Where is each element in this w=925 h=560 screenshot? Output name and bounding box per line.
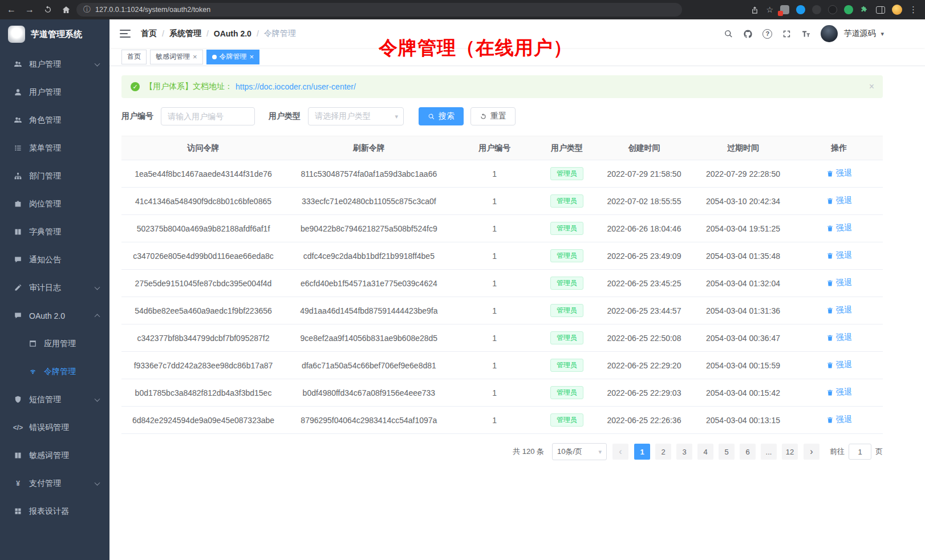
reset-button[interactable]: 重置 xyxy=(470,107,516,125)
forward-icon[interactable]: → xyxy=(25,5,34,14)
force-logout-button[interactable]: 强退 xyxy=(826,387,852,397)
doc-link[interactable]: https://doc.iocoder.cn/user-center/ xyxy=(236,82,356,91)
sidebar-item-notice[interactable]: 通知公告 xyxy=(0,246,109,274)
github-icon[interactable] xyxy=(743,29,753,39)
goto-page-input[interactable] xyxy=(849,444,871,460)
close-icon[interactable]: × xyxy=(869,82,874,91)
user-name[interactable]: 芋道源码 xyxy=(843,29,875,39)
user-type-label: 用户类型 xyxy=(269,111,301,121)
sidebar-item-post[interactable]: 岗位管理 xyxy=(0,190,109,218)
force-logout-button[interactable]: 强退 xyxy=(826,278,852,288)
cell-create-time: 2022-07-29 21:58:50 xyxy=(597,160,691,188)
page-button[interactable]: 4 xyxy=(697,444,713,460)
next-page-button[interactable]: › xyxy=(804,444,819,460)
extension-icon[interactable] xyxy=(844,5,853,14)
breadcrumb-separator: / xyxy=(162,29,164,38)
force-logout-button[interactable]: 强退 xyxy=(826,305,852,315)
tab-token[interactable]: 令牌管理× xyxy=(206,50,260,64)
user-avatar[interactable] xyxy=(821,25,838,42)
extension-icon[interactable] xyxy=(780,5,789,14)
search-button[interactable]: 搜索 xyxy=(419,107,464,125)
address-bar[interactable]: ⓘ 127.0.0.1:1024/system/oauth2/token xyxy=(76,3,682,17)
share-icon[interactable] xyxy=(750,6,759,14)
app-logo[interactable]: 芋道管理系统 xyxy=(0,19,109,49)
chevron-down-icon: ▾ xyxy=(598,448,602,456)
bookmark-star-icon[interactable]: ☆ xyxy=(766,6,773,14)
cell-access-token: 1ea5e44f8bc1467aaede43144f31de76 xyxy=(121,160,285,188)
force-logout-button[interactable]: 强退 xyxy=(826,196,852,206)
close-icon[interactable]: × xyxy=(250,53,254,60)
page-size-select[interactable]: 10条/页 ▾ xyxy=(552,443,607,460)
force-logout-button[interactable]: 强退 xyxy=(826,332,852,343)
sidebar-item-token[interactable]: 令牌管理 xyxy=(0,358,109,385)
extension-icon[interactable] xyxy=(828,5,837,14)
extension-icon[interactable] xyxy=(796,5,805,14)
page-ellipsis-button[interactable]: ... xyxy=(761,444,777,460)
filter-form: 用户编号 用户类型 请选择用户类型 ▾ 搜索 重置 xyxy=(121,107,883,125)
cell-action: 强退 xyxy=(795,188,883,215)
sensitive-icon xyxy=(13,451,23,460)
cell-access-token: 502375b8040a469a9b82188afdf6af1f xyxy=(121,215,285,242)
sidebar-item-menu[interactable]: 菜单管理 xyxy=(0,134,109,162)
user-id-input[interactable] xyxy=(161,107,255,125)
breadcrumb-item[interactable]: OAuth 2.0 xyxy=(214,29,251,38)
page-button[interactable]: 6 xyxy=(740,444,756,460)
sidebar-item-role[interactable]: 角色管理 xyxy=(0,106,109,134)
help-icon[interactable]: ? xyxy=(762,29,772,39)
extensions-puzzle-icon[interactable] xyxy=(860,5,869,14)
sidebar-item-label: 报表设计器 xyxy=(29,506,69,517)
sidebar-item-oauth[interactable]: OAuth 2.0 xyxy=(0,302,109,330)
extension-icon[interactable] xyxy=(812,5,821,14)
sidebar-item-dept[interactable]: 部门管理 xyxy=(0,162,109,190)
font-size-icon[interactable] xyxy=(801,29,811,39)
sidebar-item-error-code[interactable]: </>错误码管理 xyxy=(0,413,109,441)
user-type-badge: 管理员 xyxy=(550,359,583,372)
table-row: 41c41346a548490f9dc8b01c6bfe0865333ecfc7… xyxy=(121,188,883,215)
cell-create-time: 2022-06-25 23:49:09 xyxy=(597,242,691,270)
force-logout-button[interactable]: 强退 xyxy=(826,360,852,370)
prev-page-button[interactable]: ‹ xyxy=(612,444,628,460)
force-logout-button[interactable]: 强退 xyxy=(826,415,852,425)
cell-user-type: 管理员 xyxy=(537,297,598,324)
search-icon[interactable] xyxy=(724,29,733,39)
sidebar-collapse-icon[interactable] xyxy=(120,30,131,38)
user-type-placeholder: 请选择用户类型 xyxy=(315,111,371,121)
sidebar-item-pay[interactable]: ¥支付管理 xyxy=(0,469,109,497)
sidebar-item-report[interactable]: 报表设计器 xyxy=(0,497,109,525)
sidebar-item-sms[interactable]: 短信管理 xyxy=(0,385,109,413)
home-icon[interactable] xyxy=(62,5,71,14)
browser-profile-avatar[interactable] xyxy=(892,5,902,15)
breadcrumb-item[interactable]: 系统管理 xyxy=(169,29,201,39)
errcode-icon: </> xyxy=(13,424,23,432)
sidebar-item-tenant[interactable]: 租户管理 xyxy=(0,50,109,78)
browser-menu-icon[interactable]: ⋮ xyxy=(909,5,918,15)
fullscreen-icon[interactable] xyxy=(782,29,792,39)
page-button[interactable]: 5 xyxy=(719,444,735,460)
refresh-icon[interactable] xyxy=(43,5,52,14)
page-button[interactable]: 3 xyxy=(676,444,692,460)
site-info-icon[interactable]: ⓘ xyxy=(83,5,91,15)
back-icon[interactable]: ← xyxy=(7,5,16,14)
page-button[interactable]: 2 xyxy=(655,444,671,460)
page-button[interactable]: 1 xyxy=(634,444,650,460)
page-button[interactable]: 12 xyxy=(782,444,798,460)
user-type-badge: 管理员 xyxy=(550,304,583,318)
force-logout-button[interactable]: 强退 xyxy=(826,250,852,261)
sidebar-item-user[interactable]: 用户管理 xyxy=(0,78,109,106)
cell-expire-time: 2054-03-04 01:31:36 xyxy=(691,297,796,324)
breadcrumb-item[interactable]: 首页 xyxy=(141,29,157,39)
tab-home[interactable]: 首页 xyxy=(121,50,147,64)
sidebar-item-sensitive-word[interactable]: 敏感词管理 xyxy=(0,441,109,469)
split-view-icon[interactable] xyxy=(876,6,885,14)
chevron-down-icon[interactable]: ▾ xyxy=(881,30,884,38)
user-type-select[interactable]: 请选择用户类型 ▾ xyxy=(308,107,404,125)
sidebar-item-app[interactable]: 应用管理 xyxy=(0,330,109,358)
sidebar-item-dict[interactable]: 字典管理 xyxy=(0,218,109,246)
force-logout-button[interactable]: 强退 xyxy=(826,168,852,178)
tab-sensitive-word[interactable]: 敏感词管理× xyxy=(150,50,203,64)
force-logout-button[interactable]: 强退 xyxy=(826,223,852,233)
cell-user-id: 1 xyxy=(453,160,537,188)
close-icon[interactable]: × xyxy=(193,53,197,60)
chevron-up-icon xyxy=(95,314,100,319)
sidebar-item-audit-log[interactable]: 审计日志 xyxy=(0,274,109,302)
